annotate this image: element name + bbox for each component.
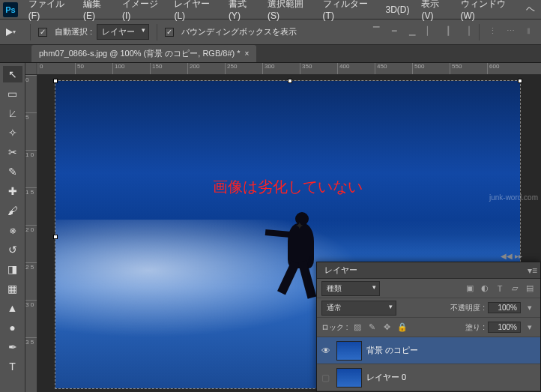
align-vcenter-icon[interactable]: ━ <box>386 24 402 39</box>
transform-handle-tr[interactable] <box>518 79 522 83</box>
brush-tool[interactable]: 🖌 <box>3 202 22 219</box>
layer-row[interactable]: ▢ レイヤー 0 <box>317 364 540 391</box>
menu-help[interactable]: ヘ <box>520 3 541 16</box>
overlay-text: 画像は劣化していない <box>213 177 363 197</box>
main-area: ↖ ▭ ⟀ ✧ ✂ ✎ ✚ 🖌 ⎈ ↺ ◨ ▦ ▲ ● ✒ T 05010015… <box>0 63 541 392</box>
opacity-field[interactable]: 100% <box>488 302 521 313</box>
eraser-tool[interactable]: ◨ <box>3 261 22 277</box>
menu-image[interactable]: イメージ(I) <box>116 0 168 21</box>
panel-menu-icon[interactable]: ▾≡ <box>528 265 537 276</box>
menu-file[interactable]: ファイル(F) <box>22 0 77 21</box>
type-tool[interactable]: T <box>3 358 22 375</box>
menu-type[interactable]: 書式(Y) <box>223 0 262 21</box>
document-tab-bar: phm07_0866-s.jpg @ 100% (背景 のコピー, RGB/8#… <box>0 45 541 63</box>
crop-tool[interactable]: ✂ <box>3 144 22 160</box>
lock-transparent-icon[interactable]: ▨ <box>351 322 363 334</box>
show-bbox-label: バウンディングボックスを表示 <box>181 26 297 37</box>
ruler-horizontal[interactable]: 050100150200250300350400450500550600 <box>37 63 541 75</box>
distribute-3-icon[interactable]: ⫴ <box>520 24 537 39</box>
menu-edit[interactable]: 編集(E) <box>77 0 116 21</box>
pen-tool[interactable]: ✒ <box>3 339 22 355</box>
layer-thumbnail[interactable] <box>336 368 362 388</box>
history-brush-tool[interactable]: ↺ <box>3 241 22 258</box>
filter-pixel-icon[interactable]: ▣ <box>464 283 476 295</box>
auto-select-checkbox[interactable] <box>38 28 47 37</box>
layers-panel: ◀◀ ▸▸ レイヤー ▾≡ 種類 ▣ ◐ T ▱ ▤ 通常 不透明度 : 100… <box>316 262 541 392</box>
close-tab-icon[interactable]: × <box>245 49 250 58</box>
canvas-area: 050100150200250300350400450500550600 051… <box>25 63 541 392</box>
align-right-icon[interactable]: ▕ <box>458 24 474 39</box>
align-left-icon[interactable]: ▏ <box>422 24 438 39</box>
filter-shape-icon[interactable]: ▱ <box>509 283 521 295</box>
layers-panel-tab[interactable]: レイヤー ▾≡ <box>317 262 540 279</box>
auto-select-label: 自動選択 : <box>55 26 92 37</box>
fill-field[interactable]: 100% <box>488 322 521 333</box>
menu-filter[interactable]: フィルター(T) <box>317 0 380 21</box>
marquee-tool[interactable]: ▭ <box>3 85 22 102</box>
menu-select[interactable]: 選択範囲(S) <box>262 0 317 21</box>
stamp-tool[interactable]: ⎈ <box>3 222 22 238</box>
align-hcenter-icon[interactable]: ┃ <box>440 24 456 39</box>
layers-lock-row: ロック : ▨ ✎ ✥ 🔒 塗り : 100% ▾ <box>317 318 540 337</box>
document-tab[interactable]: phm07_0866-s.jpg @ 100% (背景 のコピー, RGB/8#… <box>31 45 256 62</box>
ruler-vertical[interactable]: 051 01 52 02 53 03 5 <box>25 75 37 392</box>
layers-blend-row: 通常 不透明度 : 100% ▾ <box>317 298 540 318</box>
filter-adjust-icon[interactable]: ◐ <box>479 283 491 295</box>
lock-all-icon[interactable]: 🔒 <box>396 322 408 334</box>
layer-kind-dropdown[interactable]: 種類 <box>321 281 380 296</box>
transform-handle-t[interactable] <box>288 79 292 83</box>
menu-layer[interactable]: レイヤー(L) <box>168 0 222 21</box>
move-tool[interactable]: ↖ <box>3 66 22 82</box>
magic-wand-tool[interactable]: ✧ <box>3 124 22 141</box>
lock-position-icon[interactable]: ✥ <box>381 322 393 334</box>
lock-image-icon[interactable]: ✎ <box>366 322 378 334</box>
transform-center-icon[interactable]: ✦ <box>295 220 304 232</box>
blend-mode-dropdown[interactable]: 通常 <box>321 301 396 316</box>
layer-name[interactable]: 背景 のコピー <box>366 345 418 356</box>
auto-select-target[interactable]: レイヤー <box>97 24 149 40</box>
ruler-corner <box>25 63 37 75</box>
menu-window[interactable]: ウィンドウ(W) <box>455 0 520 21</box>
transform-handle-tl[interactable] <box>53 79 58 83</box>
distribute-v-icon[interactable]: ⋯ <box>502 24 519 39</box>
layer-row[interactable]: 👁 背景 のコピー <box>317 337 540 364</box>
dodge-tool[interactable]: ● <box>3 319 22 336</box>
eyedropper-tool[interactable]: ✎ <box>3 163 22 180</box>
app-logo: Ps <box>3 2 18 17</box>
align-top-icon[interactable]: ▔ <box>368 24 384 39</box>
gradient-tool[interactable]: ▦ <box>3 280 22 297</box>
menu-view[interactable]: 表示(V) <box>415 0 454 21</box>
menu-bar: Ps ファイル(F) 編集(E) イメージ(I) レイヤー(L) 書式(Y) 選… <box>0 0 541 19</box>
show-bbox-checkbox[interactable] <box>165 28 174 37</box>
layer-name[interactable]: レイヤー 0 <box>366 372 406 383</box>
filter-type-icon[interactable]: T <box>494 283 506 295</box>
visibility-icon[interactable]: 👁 <box>321 346 332 356</box>
lock-label: ロック : <box>321 322 348 333</box>
fill-dropdown-icon[interactable]: ▾ <box>524 322 536 334</box>
opacity-dropdown-icon[interactable]: ▾ <box>524 302 536 314</box>
transform-handle-l[interactable] <box>53 235 58 239</box>
blur-tool[interactable]: ▲ <box>3 300 22 316</box>
align-group: ▔ ━ ▁ ▏ ┃ ▕ ⋮ ⋯ ⫴ <box>368 24 537 40</box>
menu-3d[interactable]: 3D(D) <box>379 4 415 15</box>
lasso-tool[interactable]: ⟀ <box>3 105 22 121</box>
distribute-h-icon[interactable]: ⋮ <box>484 24 501 39</box>
tool-palette: ↖ ▭ ⟀ ✧ ✂ ✎ ✚ 🖌 ⎈ ↺ ◨ ▦ ▲ ● ✒ T <box>0 63 25 392</box>
opacity-label: 不透明度 : <box>450 303 485 313</box>
layer-thumbnail[interactable] <box>336 341 362 361</box>
panel-collapse-icon[interactable]: ◀◀ ▸▸ <box>501 252 522 260</box>
watermark: junk-word.com <box>489 193 538 202</box>
filter-smart-icon[interactable]: ▤ <box>524 283 536 295</box>
layers-panel-title: レイヤー <box>324 265 357 276</box>
align-bottom-icon[interactable]: ▁ <box>404 24 420 39</box>
visibility-icon[interactable]: ▢ <box>321 373 332 383</box>
options-bar: ▾ 自動選択 : レイヤー バウンディングボックスを表示 ▔ ━ ▁ ▏ ┃ ▕… <box>0 19 541 45</box>
active-tool-icon[interactable]: ▾ <box>6 25 22 40</box>
healing-tool[interactable]: ✚ <box>3 183 22 199</box>
layers-filter-row: 種類 ▣ ◐ T ▱ ▤ <box>317 279 540 298</box>
document-tab-title: phm07_0866-s.jpg @ 100% (背景 のコピー, RGB/8#… <box>39 48 241 59</box>
fill-label: 塗り : <box>465 322 485 333</box>
